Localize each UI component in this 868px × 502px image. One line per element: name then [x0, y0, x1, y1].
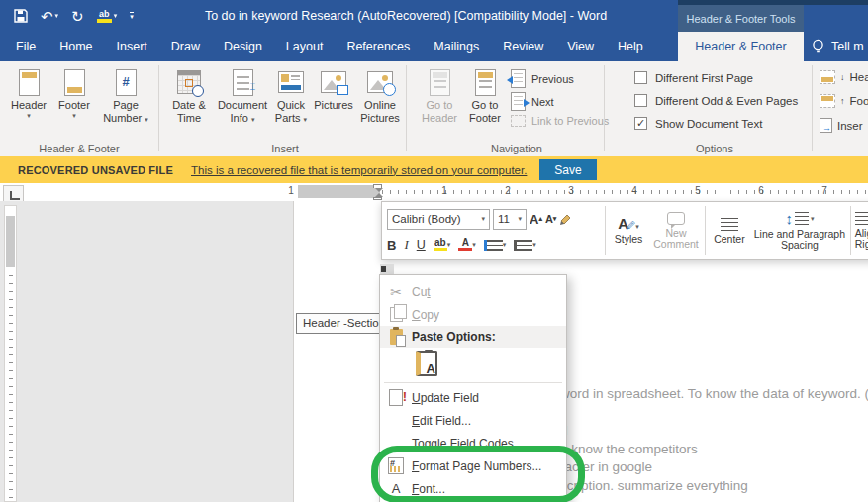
show-document-text-checkbox[interactable]: ✓ Show Document Text — [634, 117, 762, 130]
document-text-line: scription. summarize everything — [560, 478, 748, 493]
center-button[interactable]: Center — [708, 202, 751, 259]
paste-icon — [390, 329, 403, 345]
new-comment-button: NewComment — [649, 202, 703, 259]
mini-toolbar: Calibri (Body)▾ 11▾ A▴ A▾ B I U ab▾ A▾ ▾… — [381, 201, 868, 260]
keep-text-only-icon[interactable]: A — [416, 351, 437, 376]
text-highlight-icon[interactable]: ab▾ — [97, 10, 118, 23]
group-separator — [158, 65, 159, 151]
styles-button[interactable]: A🖉▾ Styles — [608, 202, 649, 259]
tab-help[interactable]: Help — [606, 32, 655, 61]
online-pictures-button[interactable]: Online Pictures — [356, 65, 404, 125]
redo-button[interactable]: ↻ — [71, 9, 84, 24]
chevron-down-icon[interactable]: ▾ — [481, 215, 485, 223]
tab-layout[interactable]: Layout — [274, 32, 336, 61]
line-paragraph-spacing-button[interactable]: ↕▾ Line and ParagraphSpacing — [751, 202, 848, 259]
undo-button[interactable]: ↶▾ — [41, 9, 58, 24]
checkbox-icon[interactable] — [634, 71, 647, 84]
previous-button[interactable]: Previous — [511, 69, 574, 88]
next-button[interactable]: Next — [511, 92, 554, 111]
header-from-top-field[interactable]: ↓ Head — [820, 70, 868, 84]
align-right-icon — [855, 212, 868, 225]
tell-me-box[interactable]: Tell m — [812, 32, 864, 61]
quick-parts-icon — [278, 65, 304, 99]
paste-option-row: A — [380, 348, 566, 379]
menu-item-toggle-field-codes[interactable]: Toggle Field Codes — [380, 432, 566, 454]
menu-paste-options-header: Paste Options: — [380, 326, 566, 348]
tab-design[interactable]: Design — [212, 32, 274, 61]
underline-button[interactable]: U — [417, 238, 426, 251]
bullets-button[interactable]: ▾ — [484, 240, 507, 251]
shrink-font-button[interactable]: A▾ — [545, 213, 556, 225]
ruler-number: 4 — [629, 185, 639, 196]
group-separator — [406, 65, 407, 151]
different-first-page-checkbox[interactable]: Different First Page — [634, 71, 753, 84]
align-right-button[interactable]: AlignRight — [853, 202, 868, 259]
chevron-down-icon[interactable]: ▾ — [518, 215, 522, 223]
page-number-button[interactable]: # Page Number ▾ — [97, 65, 154, 125]
font-color-button[interactable]: A▾ — [458, 238, 476, 251]
group-name-options: Options — [665, 143, 764, 154]
tab-references[interactable]: References — [335, 32, 422, 61]
undo-dropdown-icon[interactable]: ▾ — [55, 12, 59, 20]
document-text-line: o know the competitors — [560, 442, 698, 456]
font-name-combo[interactable]: Calibri (Body)▾ — [387, 209, 490, 230]
copy-icon — [390, 307, 403, 322]
italic-button[interactable]: I — [404, 237, 408, 252]
font-icon: A — [392, 481, 401, 496]
go-to-footer-button[interactable]: Go to Footer — [463, 65, 507, 125]
pictures-icon — [321, 65, 346, 99]
align-center-icon — [721, 218, 738, 231]
word-application-window: ↶▾ ↻ ab▾ ▾ To do in keyword Research (Au… — [0, 0, 868, 502]
header-button[interactable]: Header ▾ — [5, 65, 52, 120]
recovered-file-link[interactable]: This is a recovered file that is tempora… — [191, 164, 527, 176]
numbering-button[interactable]: ▾ — [514, 240, 536, 251]
chevron-down-icon: ▾ — [27, 112, 31, 120]
tab-home[interactable]: Home — [48, 32, 104, 61]
menu-item-copy: Copy — [380, 303, 566, 326]
ribbon: Header ▾ Footer ▾ # Page Number ▾ Header… — [0, 61, 868, 156]
window-title: To do in keyword Research (AutoRecovered… — [129, 0, 683, 32]
checkbox-checked-icon[interactable]: ✓ — [634, 117, 647, 130]
tab-mailings[interactable]: Mailings — [422, 32, 491, 61]
format-painter-icon[interactable] — [559, 213, 572, 226]
group-separator — [604, 65, 605, 151]
menu-item-format-page-numbers[interactable]: # Format Page Numbers... — [380, 454, 566, 477]
ruler-number: 1 — [439, 185, 449, 196]
different-odd-even-checkbox[interactable]: Different Odd & Even Pages — [634, 94, 798, 107]
insert-alignment-tab-button[interactable]: → Inser — [820, 118, 863, 133]
tab-view[interactable]: View — [555, 32, 606, 61]
menu-item-edit-field[interactable]: Edit Field... — [380, 409, 566, 432]
save-recovered-file-button[interactable]: Save — [539, 159, 597, 180]
tab-insert[interactable]: Insert — [105, 32, 159, 61]
quick-parts-button[interactable]: Quick Parts ▾ — [270, 65, 312, 125]
indent-markers[interactable] — [373, 184, 384, 200]
tab-draw[interactable]: Draw — [159, 32, 212, 61]
tab-review[interactable]: Review — [491, 32, 555, 61]
context-menu: ✂ Cut Copy Paste Options: A ! Update Fie… — [379, 274, 567, 502]
ruler-number: 5 — [693, 185, 703, 196]
tab-header-and-footer-active[interactable]: Header & Footer — [678, 32, 804, 61]
menu-item-update-field[interactable]: ! Update Field — [380, 386, 566, 409]
group-name-insert: Insert — [236, 143, 335, 154]
tab-file[interactable]: File — [4, 32, 48, 61]
save-icon[interactable] — [14, 9, 28, 23]
checkbox-icon[interactable] — [634, 94, 647, 107]
text-highlight-color-button[interactable]: ab▾ — [434, 238, 451, 251]
bold-button[interactable]: B — [387, 238, 396, 252]
menu-item-font[interactable]: A Font... — [380, 477, 566, 500]
menu-separator — [384, 382, 562, 383]
menu-item-cut: ✂ Cut — [380, 280, 566, 303]
pictures-button[interactable]: Pictures — [312, 65, 355, 112]
date-time-button[interactable]: Date & Time — [164, 65, 214, 125]
contextual-tools-label: Header & Footer Tools — [678, 5, 804, 32]
vertical-ruler[interactable] — [4, 205, 17, 502]
footer-button[interactable]: Footer ▾ — [52, 65, 96, 120]
document-info-button[interactable]: ⌶ Document Info ▾ — [215, 65, 270, 125]
grow-font-button[interactable]: A▴ — [530, 212, 542, 227]
font-size-combo[interactable]: 11▾ — [493, 209, 527, 230]
document-text-line: word in spreadsheet. To know the data of… — [560, 386, 868, 401]
tell-me-label: Tell m — [831, 40, 864, 53]
ruler-ticks — [382, 190, 868, 194]
horizontal-ruler[interactable]: 1 1 2 3 4 5 6 7 — [0, 183, 868, 201]
footer-from-bottom-field[interactable]: ↑ Foote — [820, 94, 868, 108]
